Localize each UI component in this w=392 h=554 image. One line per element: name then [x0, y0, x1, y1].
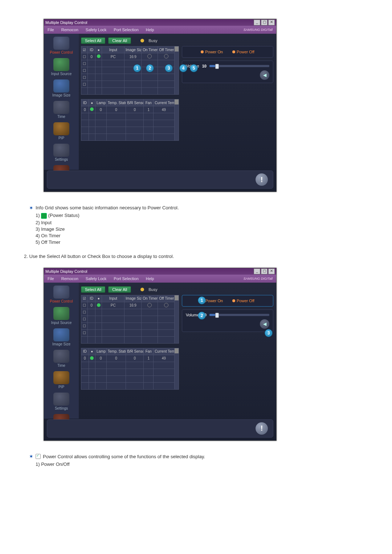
power-on-button[interactable]: Power On: [199, 49, 225, 54]
brand-logo: SAMSUNG DIGITall: [240, 28, 276, 32]
col-id: ID: [88, 46, 95, 53]
clear-all-button[interactable]: Clear All: [108, 37, 131, 44]
sidebar-item-image-size[interactable]: Image Size: [47, 79, 76, 99]
row-checkbox[interactable]: ☐: [81, 74, 88, 81]
menu-file[interactable]: File: [44, 276, 58, 281]
col-on-timer: On Timer: [142, 295, 158, 302]
sidebar-item-pip[interactable]: PIP: [47, 371, 76, 391]
table-row[interactable]: 0 0 0 0 1 49: [81, 106, 179, 113]
sidebar-item-power-control[interactable]: Power Control: [47, 286, 76, 305]
minimize-icon[interactable]: _: [254, 268, 260, 274]
power-status-icon: [41, 213, 47, 219]
row-checkbox[interactable]: ☐: [81, 302, 88, 309]
doc-paragraph: 2. Use the Select All button or Check Bo…: [24, 254, 370, 259]
table-row[interactable]: ☐ 0 PC 16:9: [81, 302, 179, 309]
sidebar-item-settings[interactable]: Settings: [47, 393, 76, 413]
menu-port[interactable]: Port Selection: [110, 28, 142, 32]
table-row: [81, 88, 179, 95]
sidebar-item-time[interactable]: Time: [47, 101, 76, 121]
table-row[interactable]: 0 0 0 0 1 49: [81, 355, 179, 362]
busy-label: Busy: [148, 287, 157, 292]
list-item: 1) Power On/Off: [36, 461, 370, 467]
close-icon[interactable]: ✕: [268, 268, 275, 274]
sidebar-item-time[interactable]: Time: [47, 350, 76, 370]
select-all-button[interactable]: Select All: [81, 37, 105, 44]
scrollbar[interactable]: [174, 99, 179, 141]
table-row: [81, 376, 179, 382]
col-off-timer: Off Timer: [158, 295, 174, 302]
star-icon: ✶: [29, 205, 33, 210]
col-br-sensor: B/R Sensor: [126, 99, 144, 106]
menu-safety[interactable]: Safety Lock: [82, 28, 110, 32]
sidebar-item-input-source[interactable]: Input Source: [47, 307, 76, 327]
row-checkbox[interactable]: ☐: [81, 53, 88, 60]
table-row[interactable]: ☐ 0 PC 16:9: [81, 53, 179, 60]
cell-fan: 1: [144, 106, 154, 113]
list-item: 3) Image Size: [36, 226, 370, 232]
row-checkbox[interactable]: ☐: [81, 316, 88, 323]
status-bar: !: [47, 171, 273, 189]
clear-all-button[interactable]: Clear All: [108, 286, 131, 293]
volume-slider[interactable]: [209, 65, 269, 67]
row-checkbox[interactable]: ☐: [81, 81, 88, 88]
brand-logo: SAMSUNG DIGITall: [240, 277, 276, 280]
scrollbar[interactable]: [174, 295, 179, 343]
row-checkbox[interactable]: ☐: [81, 309, 88, 316]
power-off-button[interactable]: Power Off: [230, 49, 257, 54]
maximize-icon[interactable]: ▢: [261, 20, 268, 25]
power-off-button[interactable]: Power Off: [230, 298, 257, 303]
cell-id: 0: [81, 355, 89, 362]
list-item: 2) Input: [36, 220, 370, 225]
row-checkbox[interactable]: ☐: [81, 60, 88, 67]
table-row: [81, 120, 179, 127]
menu-help[interactable]: Help: [142, 28, 158, 32]
row-checkbox[interactable]: ☐: [81, 329, 88, 336]
maximize-icon[interactable]: ▢: [261, 268, 268, 274]
col-id: ID: [88, 295, 95, 302]
list-item: 4) On Timer: [36, 233, 370, 238]
volume-panel: Volume 10 ◀: [182, 309, 273, 332]
speaker-icon[interactable]: ◀: [260, 70, 269, 80]
close-icon[interactable]: ✕: [268, 20, 275, 25]
callout-badge-5: 5: [190, 64, 198, 72]
sidebar-item-settings[interactable]: Settings: [47, 144, 76, 164]
info-grid-bottom: ID ● Lamp Temp. Status B/R Sensor Fan Cu…: [81, 348, 179, 390]
table-row: ☐: [81, 81, 179, 88]
menu-safety[interactable]: Safety Lock: [82, 276, 110, 281]
row-checkbox[interactable]: ☐: [81, 67, 88, 74]
menu-remocon[interactable]: Remocon: [58, 28, 82, 32]
col-check[interactable]: ☑: [81, 295, 88, 302]
cell-off-timer: [158, 53, 174, 60]
speaker-icon[interactable]: ◀: [260, 319, 269, 329]
cell-temp-status: 0: [106, 355, 126, 362]
scrollbar[interactable]: [174, 46, 179, 95]
cell-input: PC: [102, 53, 124, 60]
menu-file[interactable]: File: [44, 28, 58, 32]
menu-help[interactable]: Help: [142, 276, 158, 281]
sidebar-item-power-control[interactable]: Power Control: [47, 37, 76, 57]
sidebar-item-label: Time: [57, 364, 65, 368]
list-item: 5) Off Timer: [36, 239, 370, 245]
power-panel: Power On Power Off: [182, 46, 273, 58]
sidebar-item-pip[interactable]: PIP: [47, 122, 76, 142]
sidebar-item-label: Settings: [55, 406, 68, 410]
sidebar-item-input-source[interactable]: Input Source: [47, 58, 76, 78]
select-all-button[interactable]: Select All: [81, 286, 105, 293]
menu-port[interactable]: Port Selection: [110, 276, 142, 281]
col-status: ●: [89, 99, 95, 106]
app-window-1: Multiple Display Control _ ▢ ✕ File Remo…: [44, 19, 277, 192]
sidebar-item-label: Input Source: [51, 72, 72, 76]
cell-input: PC: [102, 302, 124, 309]
busy-label: Busy: [148, 38, 157, 43]
scrollbar[interactable]: [174, 348, 179, 389]
sidebar-item-image-size[interactable]: Image Size: [47, 328, 76, 348]
col-lamp: Lamp: [95, 99, 107, 106]
row-checkbox[interactable]: ☐: [81, 323, 88, 329]
menu-remocon[interactable]: Remocon: [58, 276, 82, 281]
minimize-icon[interactable]: _: [254, 20, 260, 25]
col-check[interactable]: ☑: [81, 46, 88, 53]
cell-fan: 1: [144, 355, 154, 362]
volume-slider[interactable]: [209, 314, 269, 316]
col-image-size: Image Size: [124, 295, 142, 302]
cell-id: 0: [81, 106, 89, 113]
